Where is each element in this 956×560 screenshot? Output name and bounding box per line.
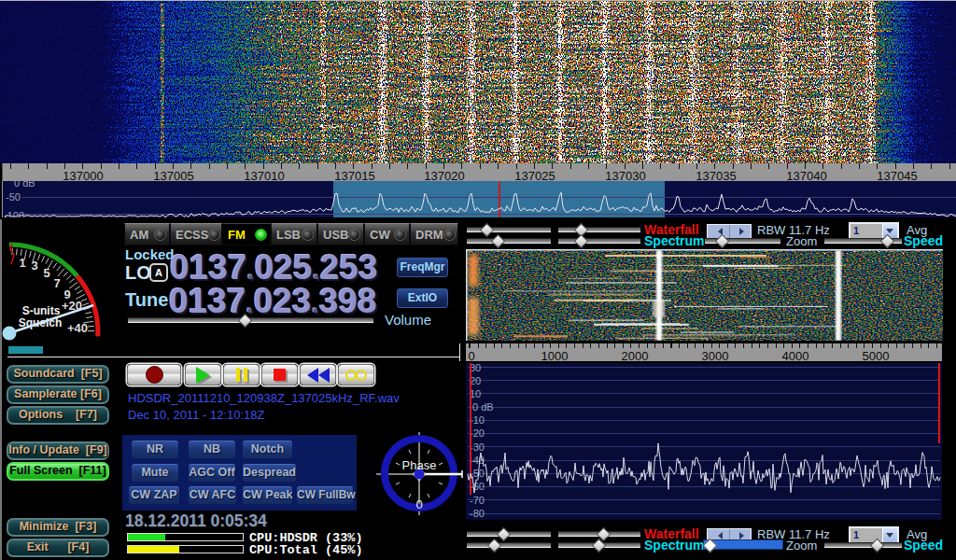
svg-text:3: 3 (31, 259, 37, 273)
svg-text:S-units: S-units (22, 304, 61, 317)
svg-text:5: 5 (43, 266, 49, 280)
svg-text:+40: +40 (67, 321, 88, 335)
svg-text:Phase: Phase (402, 458, 437, 472)
svg-text:1: 1 (19, 256, 25, 270)
svg-text:0: 0 (415, 497, 422, 511)
svg-text:7: 7 (53, 276, 60, 290)
